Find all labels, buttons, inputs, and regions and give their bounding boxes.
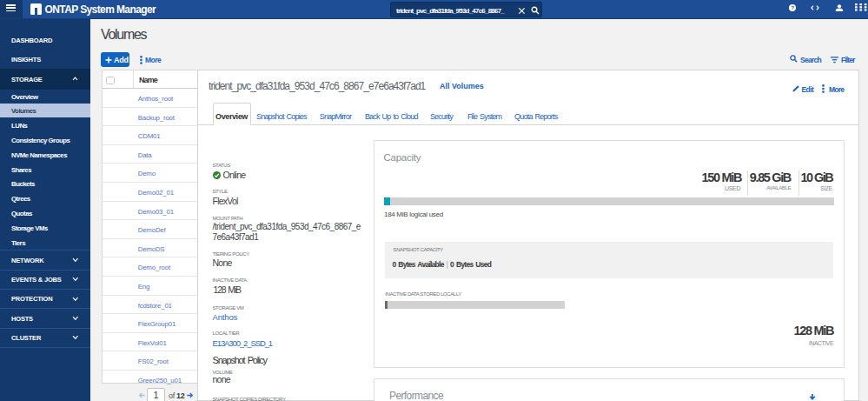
svg-text:?: ? bbox=[791, 5, 794, 10]
